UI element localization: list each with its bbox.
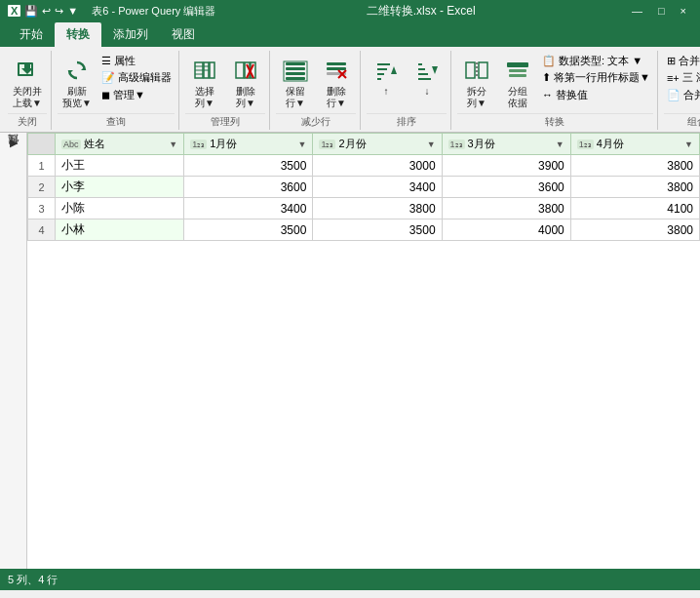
cell-m3-4[interactable]: 4000 [442, 219, 570, 241]
tab-home[interactable]: 开始 [8, 22, 55, 47]
cell-name-3[interactable]: 小陈 [56, 198, 184, 219]
cell-m2-3[interactable]: 3800 [313, 198, 442, 219]
title-bar-left: X 💾 ↩ ↪ ▼ 表6 - Power Query 编辑器 [8, 4, 215, 19]
sort-desc-icon [411, 55, 443, 86]
close-load-button[interactable]: 关闭并上载▼ [8, 53, 47, 111]
svg-marker-32 [391, 66, 397, 74]
data-table: Abc 姓名 ▼ 1₂₃ 1月份 ▼ 1 [27, 133, 700, 241]
cell-m4-4[interactable]: 3800 [570, 219, 699, 241]
quick-access-save[interactable]: 💾 [24, 5, 38, 18]
advanced-editor-icon: 📝 [101, 71, 115, 84]
col-header-m2[interactable]: 1₂₃ 2月份 ▼ [313, 134, 442, 155]
cell-name-1[interactable]: 小王 [56, 155, 184, 177]
col-type-name-badge: Abc [61, 140, 81, 149]
title-bar: X 💾 ↩ ↪ ▼ 表6 - Power Query 编辑器 二维转换.xlsx… [0, 0, 700, 21]
manage-cols-content: 选择列▼ 删除列▼ [185, 53, 265, 113]
replace-values-label: 替换值 [556, 88, 588, 102]
remove-columns-icon [230, 55, 261, 86]
sort-asc-label: ↑ [384, 86, 389, 98]
row-num-1: 1 [28, 155, 56, 177]
cell-m1-2[interactable]: 3600 [184, 177, 313, 198]
cell-m1-1[interactable]: 3500 [184, 155, 313, 177]
cell-m2-4[interactable]: 3500 [313, 219, 442, 241]
data-type-label: 数据类型: 文本 ▼ [559, 54, 642, 68]
merge-queries-icon: ⊞ [667, 55, 676, 67]
combine-files-button[interactable]: 📄 合并文 [664, 87, 700, 103]
quick-access-undo[interactable]: ↩ [42, 5, 51, 18]
col-header-m1[interactable]: 1₂₃ 1月份 ▼ [184, 134, 313, 155]
cell-m1-3[interactable]: 3400 [184, 198, 313, 219]
col-header-name[interactable]: Abc 姓名 ▼ [56, 134, 184, 155]
keep-rows-button[interactable]: 保留行▼ [276, 53, 315, 111]
sort-content: ↑ ↓ [367, 53, 447, 113]
group-by-button[interactable]: 分组依据 [498, 53, 537, 111]
cell-m3-3[interactable]: 3800 [442, 198, 570, 219]
manage-button[interactable]: ◼ 管理▼ [98, 87, 175, 103]
choose-columns-icon [189, 55, 220, 86]
svg-marker-37 [432, 66, 438, 74]
combine-group-label: 组合 [664, 113, 700, 130]
cell-m2-1[interactable]: 3000 [313, 155, 442, 177]
append-queries-button[interactable]: ≡+ 三 添加查 [664, 69, 700, 86]
svg-rect-42 [509, 69, 526, 72]
tab-add-column[interactable]: 添加列 [101, 22, 160, 47]
remove-columns-button[interactable]: 删除列▼ [226, 53, 265, 111]
grid-area[interactable]: Abc 姓名 ▼ 1₂₃ 1月份 ▼ 1 [27, 133, 700, 569]
col-m1-label: 1月份 [210, 137, 237, 151]
cell-m4-1[interactable]: 3800 [570, 155, 699, 177]
left-panel-arrow[interactable]: ▶ [10, 137, 18, 149]
col-header-m4[interactable]: 1₂₃ 4月份 ▼ [570, 134, 699, 155]
data-type-button[interactable]: 📋 数据类型: 文本 ▼ [539, 53, 653, 69]
query-group-label: 查询 [58, 113, 175, 130]
advanced-editor-button[interactable]: 📝 高级编辑器 [98, 69, 175, 86]
tab-transform[interactable]: 转换 [55, 22, 101, 47]
cell-m1-4[interactable]: 3500 [184, 219, 313, 241]
properties-icon: ☰ [101, 55, 111, 67]
status-bar: 5 列、4 行 [0, 569, 700, 590]
cell-name-2[interactable]: 小李 [56, 177, 184, 198]
split-column-button[interactable]: 拆分列▼ [457, 53, 496, 111]
minimize-button[interactable]: — [626, 5, 648, 17]
keep-rows-icon [280, 55, 311, 86]
maximize-button[interactable]: □ [652, 5, 671, 17]
replace-values-button[interactable]: ↔ 替换值 [539, 87, 653, 103]
sort-asc-icon [370, 55, 402, 86]
row-number-header [28, 134, 56, 155]
manage-icon: ◼ [101, 89, 110, 101]
cell-name-4[interactable]: 小林 [56, 219, 184, 241]
sort-asc-button[interactable]: ↑ [367, 53, 406, 100]
col-m1-dropdown[interactable]: ▼ [297, 140, 306, 149]
transform-small-buttons: 📋 数据类型: 文本 ▼ ⬆ 将第一行用作标题▼ ↔ 替换值 [539, 53, 653, 103]
svg-rect-19 [286, 67, 305, 70]
close-button[interactable]: × [675, 5, 692, 17]
cell-m3-1[interactable]: 3900 [442, 155, 570, 177]
col-name-dropdown[interactable]: ▼ [169, 140, 177, 149]
quick-access-more[interactable]: ▼ [67, 5, 78, 17]
svg-rect-21 [286, 77, 305, 80]
use-first-row-button[interactable]: ⬆ 将第一行用作标题▼ [539, 69, 653, 86]
refresh-preview-button[interactable]: 刷新预览▼ [58, 53, 97, 111]
col-m3-dropdown[interactable]: ▼ [556, 140, 564, 149]
ribbon-group-combine: ⊞ 合并查 ≡+ 三 添加查 📄 合并文 组合 [660, 51, 700, 130]
cell-m4-3[interactable]: 4100 [570, 198, 699, 219]
col-type-m4-badge: 1₂₃ [577, 140, 594, 149]
sort-desc-button[interactable]: ↓ [408, 53, 447, 100]
choose-columns-button[interactable]: 选择列▼ [185, 53, 224, 111]
data-type-icon: 📋 [542, 55, 556, 67]
cell-m4-2[interactable]: 3800 [570, 177, 699, 198]
merge-queries-button[interactable]: ⊞ 合并查 [664, 53, 700, 69]
col-header-m3[interactable]: 1₂₃ 3月份 ▼ [442, 134, 570, 155]
close-load-label: 关闭并上载▼ [13, 86, 42, 109]
tab-view[interactable]: 视图 [160, 22, 207, 47]
col-m2-dropdown[interactable]: ▼ [427, 140, 436, 149]
quick-access-redo[interactable]: ↪ [55, 5, 63, 18]
col-m3-label: 3月份 [468, 137, 495, 151]
svg-rect-24 [327, 67, 346, 70]
remove-rows-button[interactable]: 删除行▼ [317, 53, 356, 111]
cell-m2-2[interactable]: 3400 [313, 177, 442, 198]
cell-m3-2[interactable]: 3600 [442, 177, 570, 198]
group-by-label: 分组依据 [508, 86, 527, 109]
properties-button[interactable]: ☰ 属性 [98, 53, 175, 69]
remove-columns-label: 删除列▼ [236, 86, 255, 109]
col-m4-dropdown[interactable]: ▼ [684, 140, 693, 149]
